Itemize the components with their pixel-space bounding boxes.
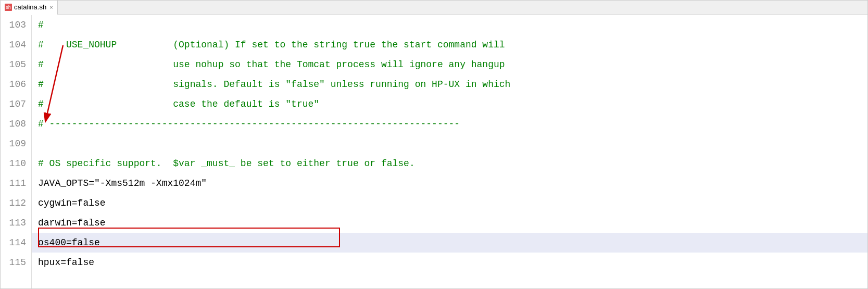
code-line-105: # use nohup so that the Tomcat process w… [32, 55, 867, 74]
line-num-103: 103 [1, 15, 31, 35]
line-num-106: 106 [1, 74, 31, 94]
code-line-104: # USE_NOHUP (Optional) If set to the str… [32, 35, 867, 55]
code-area: 103 104 105 106 107 108 109 110 111 112 … [1, 15, 867, 289]
code-line-112: cygwin=false [32, 193, 867, 213]
code-line-107: # case the default is "true" [32, 94, 867, 114]
editor-window: sh catalina.sh × 103 104 105 106 107 108… [0, 0, 868, 289]
code-line-103: # [32, 15, 867, 35]
line-num-104: 104 [1, 35, 31, 55]
file-tab[interactable]: sh catalina.sh × [1, 1, 58, 15]
line-num-114: 114 [1, 233, 31, 253]
code-line-115: hpux=false [32, 253, 867, 272]
file-icon: sh [5, 4, 12, 11]
code-line-109 [32, 134, 867, 154]
line-num-110: 110 [1, 154, 31, 173]
code-line-106: # signals. Default is "false" unless run… [32, 74, 867, 94]
line-num-111: 111 [1, 173, 31, 193]
code-content: # # USE_NOHUP (Optional) If set to the s… [32, 15, 867, 289]
line-num-115: 115 [1, 253, 31, 272]
line-num-108: 108 [1, 114, 31, 134]
line-num-113: 113 [1, 213, 31, 233]
code-line-113: darwin=false [32, 213, 867, 233]
tab-close-button[interactable]: × [49, 4, 53, 10]
tab-bar: sh catalina.sh × [1, 1, 867, 15]
code-line-114: os400=false [32, 233, 867, 253]
line-num-105: 105 [1, 55, 31, 74]
code-line-110: # OS specific support. $var _must_ be se… [32, 154, 867, 173]
line-num-112: 112 [1, 193, 31, 213]
line-num-109: 109 [1, 134, 31, 154]
line-num-107: 107 [1, 94, 31, 114]
tab-filename: catalina.sh [14, 3, 46, 11]
code-line-111: JAVA_OPTS="-Xms512m -Xmx1024m" [32, 173, 867, 193]
line-numbers: 103 104 105 106 107 108 109 110 111 112 … [1, 15, 32, 289]
code-line-108: # --------------------------------------… [32, 114, 867, 134]
